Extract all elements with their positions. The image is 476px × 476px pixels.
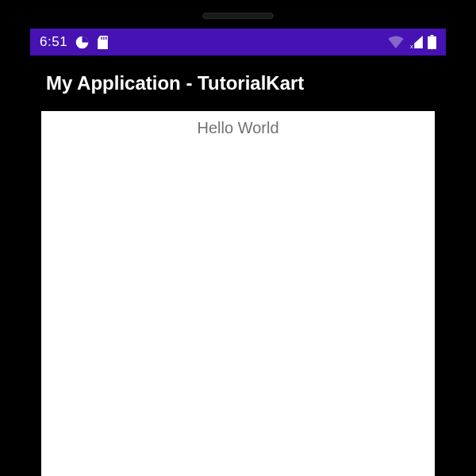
sd-card-icon: [97, 36, 109, 49]
cellular-signal-icon: x: [409, 36, 423, 48]
status-bar: 6:51: [30, 29, 446, 56]
status-bar-right: x: [388, 35, 436, 49]
svg-rect-7: [428, 36, 436, 49]
svg-rect-6: [431, 35, 434, 36]
signal-badge-text: x: [410, 44, 413, 48]
svg-rect-4: [106, 36, 106, 40]
battery-full-icon: [428, 35, 436, 49]
svg-rect-2: [101, 36, 102, 40]
speaker-slot: [202, 13, 274, 19]
content-area: Hello World: [41, 111, 435, 476]
app-bar: My Application - TutorialKart: [30, 56, 446, 111]
wifi-icon: [388, 36, 404, 48]
device-frame: 6:51: [0, 0, 476, 476]
status-bar-left: 6:51: [40, 34, 109, 50]
greeting-text: Hello World: [198, 119, 279, 476]
svg-rect-3: [103, 36, 104, 40]
clock-text: 6:51: [40, 34, 67, 50]
app-title: My Application - TutorialKart: [46, 72, 304, 94]
pie-chart-icon: [75, 36, 89, 49]
